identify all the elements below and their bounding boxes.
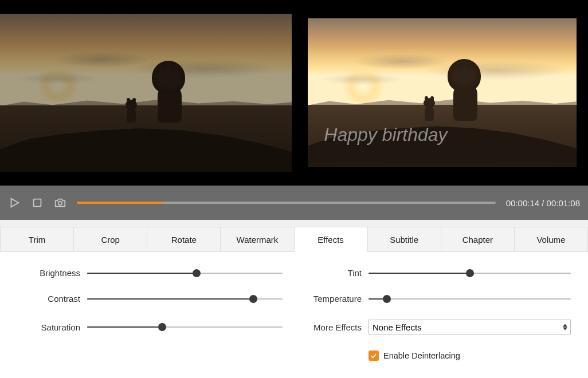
- tab-watermark[interactable]: Watermark: [221, 227, 294, 251]
- tint-label: Tint: [305, 268, 362, 278]
- progress-bar[interactable]: [77, 202, 496, 204]
- svg-point-2: [58, 202, 62, 205]
- brightness-label: Brightness: [17, 268, 80, 278]
- preview-area: Happy birthday: [0, 0, 588, 186]
- current-time: 00:00:14: [506, 198, 539, 208]
- contrast-row: Contrast: [17, 294, 283, 304]
- brightness-row: Brightness: [17, 268, 283, 278]
- svg-rect-1: [34, 199, 41, 207]
- temperature-row: Temperature: [305, 294, 571, 304]
- original-preview: [0, 0, 292, 186]
- brightness-slider[interactable]: [87, 273, 283, 274]
- tab-chapter[interactable]: Chapter: [441, 227, 515, 251]
- editor-tabs: Trim Crop Rotate Watermark Effects Subti…: [0, 227, 588, 252]
- play-icon[interactable]: [8, 196, 21, 209]
- deinterlace-checkbox[interactable]: [369, 351, 379, 361]
- tab-crop[interactable]: Crop: [74, 227, 147, 251]
- deinterlace-row: Enable Deinterlacing: [369, 351, 571, 361]
- more-effects-label: More Effects: [305, 322, 362, 332]
- output-preview: Happy birthday: [296, 0, 588, 186]
- tab-effects[interactable]: Effects: [295, 227, 368, 251]
- time-display: 00:00:14 / 00:01:08: [506, 198, 580, 208]
- saturation-row: Saturation: [17, 320, 283, 334]
- playback-bar: 00:00:14 / 00:01:08: [0, 186, 588, 220]
- deinterlace-label: Enable Deinterlacing: [383, 351, 460, 360]
- camera-icon[interactable]: [54, 196, 66, 209]
- effects-panel: Brightness Tint Contrast Temperature Sat…: [0, 252, 588, 378]
- tab-trim[interactable]: Trim: [0, 227, 74, 251]
- svg-marker-0: [11, 199, 19, 207]
- progress-fill: [77, 202, 163, 204]
- tab-volume[interactable]: Volume: [515, 227, 588, 251]
- video-thumbnail: [0, 14, 292, 172]
- contrast-label: Contrast: [17, 294, 80, 304]
- tab-subtitle[interactable]: Subtitle: [368, 227, 441, 251]
- video-thumbnail: Happy birthday: [308, 18, 576, 167]
- more-effects-row: More Effects None Effects: [305, 320, 571, 334]
- tint-row: Tint: [305, 268, 571, 278]
- total-time: 00:01:08: [547, 198, 580, 208]
- original-frame: [0, 0, 292, 186]
- tint-slider[interactable]: [369, 273, 571, 274]
- stop-icon[interactable]: [31, 196, 44, 209]
- output-frame: Happy birthday: [296, 0, 588, 186]
- temperature-slider[interactable]: [369, 298, 571, 300]
- more-effects-select[interactable]: None Effects: [369, 320, 571, 334]
- temperature-label: Temperature: [305, 294, 362, 304]
- saturation-label: Saturation: [17, 322, 80, 332]
- tab-rotate[interactable]: Rotate: [147, 227, 221, 251]
- saturation-slider[interactable]: [87, 326, 283, 328]
- contrast-slider[interactable]: [87, 298, 283, 300]
